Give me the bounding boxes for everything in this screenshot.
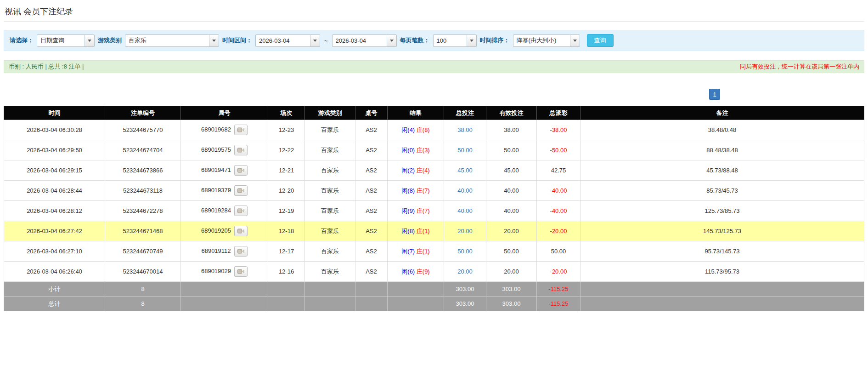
currency-total-info: 币别 : 人民币 | 总共 :8 注单 | [9,63,84,71]
cell-game-type: 百家乐 [305,181,355,201]
cell-result: 闲(4) 庄(8) [388,120,444,140]
total-bet-link[interactable]: 20.00 [457,268,473,275]
cell-round: 689019029 [181,262,268,282]
column-header: 时间 [4,106,105,120]
cell-table-no: AS2 [355,241,388,262]
header-row: 时间注单编号局号场次游戏类别桌号结果总投注有效投注总派彩备注 [4,106,864,120]
video-replay-button[interactable] [234,226,248,236]
cell-session: 12-19 [268,201,305,221]
query-type-dropdown-arrow[interactable] [85,35,94,46]
game-type-combobox[interactable] [125,34,219,47]
result-banker: 庄(3) [417,147,430,154]
column-header: 有效投注 [486,106,537,120]
round-id: 689019471 [201,166,231,173]
total-bet-link[interactable]: 40.00 [457,207,473,214]
date-range-separator: ~ [323,37,329,44]
round-id: 689019029 [201,268,231,274]
sort-order-input[interactable] [513,35,570,46]
cell-session: 12-23 [268,120,305,140]
date-from-input[interactable] [256,35,310,46]
query-type-combobox[interactable] [37,34,95,47]
chevron-down-icon [212,40,216,42]
game-type-label: 游戏类别 [98,36,122,45]
cell-result: 闲(2) 庄(4) [388,160,444,181]
pagination: 1 [4,89,864,100]
chevron-down-icon [313,40,317,42]
cell-payout: -50.00 [537,140,581,160]
total-bet-link[interactable]: 50.00 [457,248,473,255]
cell-session: 12-22 [268,140,305,160]
video-icon [237,228,244,234]
video-icon [237,148,244,153]
payout-value: -40.00 [550,207,567,214]
sum-valid-bet: 303.00 [486,282,537,297]
video-replay-button[interactable] [234,266,248,277]
video-replay-button[interactable] [234,185,248,196]
cell-bet-id: 523244673118 [105,181,181,201]
payout-value: 42.75 [551,167,566,174]
sum-total-bet: 303.00 [444,282,486,297]
total-bet-link[interactable]: 40.00 [457,187,473,194]
round-id: 689019284 [201,207,231,214]
result-player: 闲(8) [401,187,415,194]
video-replay-button[interactable] [234,246,248,257]
search-button[interactable]: 查询 [587,34,614,47]
date-to-dropdown-arrow[interactable] [387,35,396,46]
cell-result: 闲(0) 庄(3) [388,140,444,160]
cell-round: 689019471 [181,160,268,181]
video-replay-button[interactable] [234,125,248,135]
cell-total-bet: 45.00 [444,160,486,181]
total-bet-link[interactable]: 38.00 [457,126,473,133]
cell-total-bet: 20.00 [444,262,486,282]
payout-value: 50.00 [551,248,566,255]
cell-valid-bet: 50.00 [486,241,537,262]
cell-bet-id: 523244672278 [105,201,181,221]
cell-total-bet: 38.00 [444,120,486,140]
date-from-dropdown-arrow[interactable] [310,35,320,46]
result-banker: 庄(8) [417,126,430,133]
page-size-dropdown-arrow[interactable] [467,35,476,46]
cell-payout: -38.00 [537,120,581,140]
cell-remark: 95.73/145.73 [581,241,864,262]
records-body: 2026-03-04 06:30:28523244675770689019682… [4,120,864,311]
payout-value: -40.00 [550,187,567,194]
cell-time: 2026-03-04 06:27:10 [4,241,105,262]
cell-valid-bet: 40.00 [486,201,537,221]
column-header: 局号 [181,106,268,120]
cell-remark: 45.73/88.48 [581,160,864,181]
page-size-combobox[interactable] [433,34,477,47]
total-bet-link[interactable]: 50.00 [457,147,473,154]
video-replay-button[interactable] [234,165,248,176]
cell-table-no: AS2 [355,201,388,221]
result-banker: 庄(7) [417,187,430,194]
total-bet-link[interactable]: 45.00 [457,167,473,174]
video-replay-button[interactable] [234,206,248,216]
result-player: 闲(6) [401,268,415,275]
game-type-dropdown-arrow[interactable] [209,35,219,46]
valid-bet-notice: 同局有效投注，统一计算在该局第一张注单内 [740,63,859,71]
total-bet-link[interactable]: 20.00 [457,228,473,234]
sort-order-combobox[interactable] [513,34,580,47]
table-row: 2026-03-04 06:29:15523244673866689019471… [4,160,864,181]
date-to-picker[interactable] [332,34,397,47]
date-from-picker[interactable] [255,34,320,47]
page-button-1[interactable]: 1 [709,89,720,100]
result-banker: 庄(1) [417,228,430,234]
result-player: 闲(7) [401,248,415,255]
table-row: 2026-03-04 06:29:50523244674704689019575… [4,140,864,160]
page-size-input[interactable] [434,35,467,46]
cell-remark: 115.73/95.73 [581,262,864,282]
cell-table-no: AS2 [355,262,388,282]
cell-total-bet: 40.00 [444,181,486,201]
date-to-input[interactable] [333,35,387,46]
video-replay-button[interactable] [234,145,248,155]
sort-order-dropdown-arrow[interactable] [570,35,580,46]
cell-valid-bet: 45.00 [486,160,537,181]
result-player: 闲(8) [401,228,415,234]
cell-valid-bet: 50.00 [486,140,537,160]
game-type-input[interactable] [125,35,209,46]
sum-label: 小计 [4,282,105,297]
table-row: 2026-03-04 06:27:42523244671468689019205… [4,221,864,241]
query-type-input[interactable] [37,35,85,46]
payout-value: -20.00 [550,268,567,275]
